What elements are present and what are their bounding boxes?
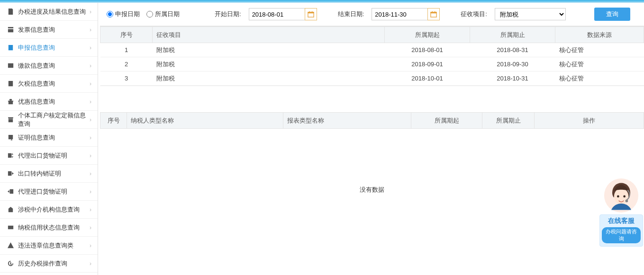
warning-icon [7,242,14,249]
results-table: 序号 征收项目 所属期起 所属期止 数据来源 1 附加税 2018-08-01 … [100,27,644,86]
sidebar-item-history[interactable]: 历史办税操作查询 › [0,255,98,273]
owe-icon [7,80,14,88]
chevron-right-icon: › [88,189,93,194]
sidebar-label: 历史办税操作查询 [18,259,88,268]
sidebar-item-individual-biz[interactable]: 个体工商户核定定额信息查询 › [0,111,98,129]
chevron-right-icon: › [88,207,93,212]
filter-bar: 申报日期 所属日期 开始日期: 结束日期: 征收项目: [100,3,644,26]
chevron-right-icon: › [88,27,93,32]
sidebar-item-declaration[interactable]: 申报信息查询 › [0,39,98,57]
sidebar-label: 缴款信息查询 [18,62,88,70]
radio-period-date[interactable]: 所属日期 [146,10,180,18]
radio-label: 申报日期 [115,10,140,18]
sidebar-item-credit-status[interactable]: 纳税信用状态信息查询 › [0,219,98,237]
no-data-message: 没有数据 [100,129,644,251]
customer-service-widget[interactable]: 在线客服 办税问题请咨询 [599,177,643,247]
end-date-label: 结束日期: [338,10,364,18]
chevron-right-icon: › [88,99,93,104]
import-icon [7,188,14,195]
chevron-right-icon: › [88,243,93,248]
sidebar-item-export-agent[interactable]: 代理出口货物证明 › [0,147,98,165]
collect-item-select[interactable]: 附加税 [495,8,566,20]
sidebar-item-tax-progress[interactable]: 办税进度及结果信息查询 › [0,3,98,21]
sidebar-label: 违法违章信息查询类 [18,241,88,250]
sidebar-item-owe-tax[interactable]: 欠税信息查询 › [0,75,98,93]
col-source: 数据来源 [555,27,644,43]
sidebar-label: 优惠信息查询 [18,98,88,106]
chevron-right-icon: › [88,171,93,176]
credit-icon [7,224,14,231]
cell-source: 核心征管 [555,71,644,86]
chevron-right-icon: › [88,135,93,140]
col-taxpayer: 纳税人类型名称 [127,113,283,129]
cell-source: 核心征管 [555,57,644,71]
col-seq: 序号 [100,113,127,129]
cs-consult-button[interactable]: 办税问题请咨询 [602,227,641,243]
sidebar-item-invoice[interactable]: 发票信息查询 › [0,21,98,39]
radio-declare-date[interactable]: 申报日期 [107,10,140,18]
export-icon [7,152,14,160]
cell-from: 2018-08-01 [385,43,470,57]
start-date-label: 开始日期: [215,10,241,18]
svg-rect-1 [308,12,314,14]
building-icon [7,206,14,213]
cell-to: 2018-08-31 [470,43,555,57]
cs-box: 在线客服 办税问题请咨询 [599,214,643,247]
svg-rect-3 [311,11,312,13]
sidebar-label: 出口转内销证明 [18,169,88,178]
chevron-right-icon: › [88,153,93,158]
radio-period-date-input[interactable] [146,11,153,18]
cs-title: 在线客服 [602,217,641,225]
transfer-icon [7,170,14,177]
sidebar-label: 个体工商户核定定额信息查询 [18,111,88,128]
svg-rect-5 [431,12,436,14]
results-table-wrap: 序号 征收项目 所属期起 所属期止 数据来源 1 附加税 2018-08-01 … [100,26,644,86]
sidebar-label: 代理进口货物证明 [18,187,88,196]
table-row[interactable]: 2 附加税 2018-09-01 2018-09-30 核心征管 [100,57,644,71]
calendar-icon[interactable] [427,8,440,20]
detail-table: 序号 纳税人类型名称 报表类型名称 所属期起 所属期止 操作 [100,112,644,129]
sidebar-label: 申报信息查询 [18,44,88,52]
table-row[interactable]: 1 附加税 2018-08-01 2018-08-31 核心征管 [100,43,644,57]
col-item: 征收项目 [153,27,385,43]
svg-rect-6 [432,11,433,13]
col-to: 所属期止 [470,27,555,43]
chevron-right-icon: › [88,45,93,50]
sidebar-item-preferential[interactable]: 优惠信息查询 › [0,93,98,111]
query-button[interactable]: 查询 [594,8,630,21]
main-content: 申报日期 所属日期 开始日期: 结束日期: 征收项目: [98,3,644,275]
col-action: 操作 [535,113,644,129]
history-icon [7,260,14,267]
invoice-icon [7,26,14,34]
sidebar-item-import-agent[interactable]: 代理进口货物证明 › [0,183,98,201]
col-from: 所属期起 [411,113,482,129]
sidebar-item-tax-agency[interactable]: 涉税中介机构信息查询 › [0,201,98,219]
chevron-right-icon: › [88,81,93,86]
chevron-right-icon: › [88,117,93,122]
cell-item: 附加税 [153,71,385,86]
cell-to: 2018-09-30 [470,57,555,71]
sidebar-label: 涉税中介机构信息查询 [18,205,88,214]
col-report: 报表类型名称 [283,113,411,129]
col-from: 所属期起 [385,27,470,43]
sidebar-item-cert[interactable]: 证明信息查询 › [0,129,98,147]
svg-rect-7 [435,11,435,13]
end-date-input[interactable] [372,8,427,20]
chevron-right-icon: › [88,9,93,14]
start-date-input[interactable] [249,8,305,20]
svg-point-10 [617,195,619,198]
cell-item: 附加税 [153,57,385,71]
chevron-right-icon: › [88,225,93,230]
svg-point-12 [626,200,628,203]
sidebar-item-payment[interactable]: 缴款信息查询 › [0,57,98,75]
table-row[interactable]: 3 附加税 2018-10-01 2018-10-31 核心征管 [100,71,644,86]
svg-rect-2 [309,11,310,13]
sidebar-label: 证明信息查询 [18,133,88,142]
calendar-icon[interactable] [305,8,317,20]
radio-declare-date-input[interactable] [107,11,113,18]
gift-icon [7,98,14,106]
sidebar-item-export-domestic[interactable]: 出口转内销证明 › [0,165,98,183]
sidebar-label: 欠税信息查询 [18,80,88,88]
sidebar-item-violation[interactable]: 违法违章信息查询类 › [0,237,98,255]
radio-label: 所属日期 [155,10,180,18]
